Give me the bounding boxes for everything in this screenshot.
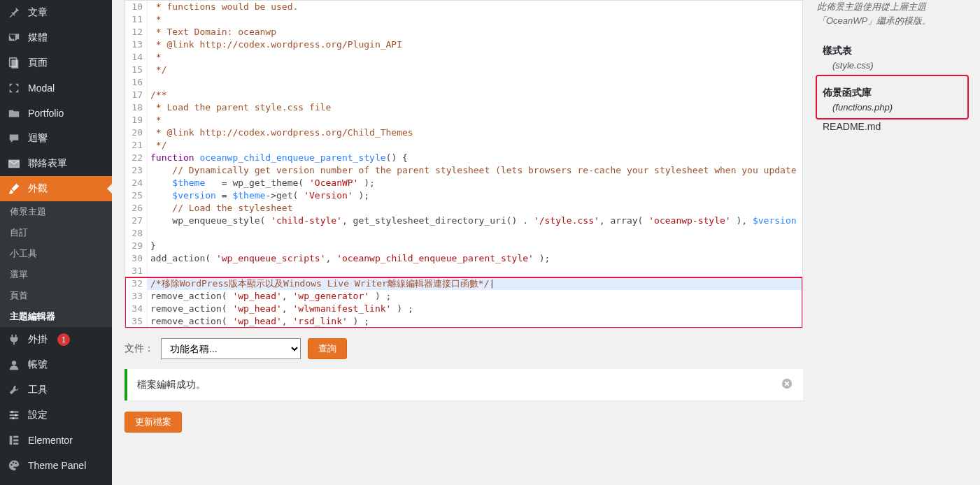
- menu-label: 頁面: [28, 57, 48, 69]
- code-line: 24 $theme = wp_get_theme( 'OceanWP' );: [125, 177, 802, 189]
- menu-modal[interactable]: Modal: [0, 75, 112, 101]
- mail-icon: [7, 157, 21, 171]
- notice-message: 檔案編輯成功。: [137, 379, 206, 391]
- code-line: 19 *: [125, 114, 802, 126]
- elementor-icon: [7, 433, 21, 447]
- code-line: 32/*移除WordPress版本顯示以及Windows Live Writer…: [125, 277, 802, 290]
- file-readme[interactable]: README.md: [817, 118, 967, 135]
- code-line: 35remove_action( 'wp_head', 'rsd_link' )…: [125, 315, 802, 328]
- submenu-item[interactable]: 自訂: [0, 222, 112, 243]
- menu-settings[interactable]: 設定: [0, 403, 112, 428]
- code-line: 10 * functions would be used.: [125, 1, 802, 13]
- function-select[interactable]: 功能名稱...: [161, 338, 301, 359]
- menu-portfolio[interactable]: Portfolio: [0, 101, 112, 126]
- code-line: 22function oceanwp_child_enqueue_parent_…: [125, 152, 802, 164]
- code-editor[interactable]: 10 * functions would be used.11 *12 * Te…: [125, 0, 803, 328]
- file-style[interactable]: 樣式表(style.css): [817, 34, 967, 76]
- media-icon: [7, 31, 21, 45]
- success-notice: 檔案編輯成功。: [125, 369, 803, 400]
- file-title: 樣式表: [823, 45, 962, 57]
- code-line: 12 * Text Domain: oceanwp: [125, 26, 802, 38]
- comment-icon: [7, 131, 21, 145]
- menu-label: 聯絡表單: [28, 157, 67, 170]
- folder-icon: [7, 106, 21, 120]
- code-line: 30add_action( 'wp_enqueue_scripts', 'oce…: [125, 252, 802, 265]
- plug-icon: [7, 333, 21, 347]
- code-line: 17/**: [125, 89, 802, 101]
- menu-elementor[interactable]: Elementor: [0, 428, 112, 453]
- code-line: 13 * @link http://codex.wordpress.org/Pl…: [125, 38, 802, 51]
- code-line: 28: [125, 227, 802, 240]
- menu-label: Theme Panel: [28, 460, 86, 471]
- submenu-item[interactable]: 選單: [0, 264, 112, 285]
- menu-comments[interactable]: 迴響: [0, 126, 112, 151]
- update-file-button[interactable]: 更新檔案: [125, 412, 182, 433]
- menu-posts[interactable]: 文章: [0, 0, 112, 25]
- sliders-icon: [7, 408, 21, 422]
- main-content: 10 * functions would be used.11 *12 * Te…: [112, 0, 980, 485]
- menu-label: 工具: [28, 384, 48, 396]
- menu-tools[interactable]: 工具: [0, 377, 112, 403]
- code-line: 31: [125, 265, 802, 277]
- code-line: 16: [125, 76, 802, 89]
- menu-plugins[interactable]: 外掛1: [0, 327, 112, 352]
- menu-label: 帳號: [28, 359, 48, 371]
- menu-contact[interactable]: 聯絡表單: [0, 151, 112, 176]
- user-icon: [7, 358, 21, 372]
- menu-label: Portfolio: [28, 108, 64, 119]
- code-line: 34remove_action( 'wp_head', 'wlwmanifest…: [125, 303, 802, 315]
- code-line: 18 * Load the parent style.css file: [125, 101, 802, 114]
- dismiss-notice-button[interactable]: [781, 377, 793, 392]
- close-icon: [781, 377, 793, 390]
- menu-label: 設定: [28, 409, 48, 421]
- code-line: 20 * @link http://codex.wordpress.org/Ch…: [125, 126, 802, 139]
- admin-sidebar: 文章媒體頁面ModalPortfolio迴響聯絡表單外觀佈景主題自訂小工具選單頁…: [0, 0, 112, 485]
- menu-users[interactable]: 帳號: [0, 352, 112, 377]
- code-line: 25 $version = $theme->get( 'Version' );: [125, 189, 802, 202]
- menu-label: 外掛: [28, 333, 48, 346]
- file-title: 佈景函式庫: [823, 87, 962, 99]
- menu-media[interactable]: 媒體: [0, 25, 112, 50]
- code-line: 15 */: [125, 64, 802, 76]
- code-line: 26 // Load the stylesheet: [125, 202, 802, 215]
- menu-label: 媒體: [28, 31, 48, 44]
- pages-icon: [7, 56, 21, 70]
- code-line: 11 *: [125, 13, 802, 26]
- code-line: 14 *: [125, 51, 802, 64]
- file-functions[interactable]: 佈景函式庫(functions.php): [817, 76, 967, 118]
- menu-appearance[interactable]: 外觀: [0, 176, 112, 201]
- menu-label: Elementor: [28, 435, 73, 446]
- menu-label: Modal: [28, 82, 55, 94]
- code-line: 29}: [125, 240, 802, 252]
- lookup-button[interactable]: 查詢: [308, 338, 347, 359]
- menu-theme-panel[interactable]: Theme Panel: [0, 453, 112, 478]
- code-line: 21 */: [125, 139, 802, 152]
- inherit-hint: 此佈景主題使用從上層主題「OceanWP」繼承的模版。: [817, 0, 967, 27]
- menu-pages[interactable]: 頁面: [0, 50, 112, 75]
- menu-label: 外觀: [28, 182, 48, 195]
- code-line: 33remove_action( 'wp_head', 'wp_generato…: [125, 290, 802, 303]
- code-line: 27 wp_enqueue_style( 'child-style', get_…: [125, 215, 802, 227]
- wrench-icon: [7, 383, 21, 397]
- file-sub: (style.css): [832, 60, 962, 71]
- expand-icon: [7, 81, 21, 95]
- menu-label: 迴響: [28, 132, 48, 145]
- brush-icon: [7, 182, 21, 196]
- code-line: 23 // Dynamically get version number of …: [125, 164, 802, 177]
- theme-files-panel: 此佈景主題使用從上層主題「OceanWP」繼承的模版。 樣式表(style.cs…: [817, 0, 967, 433]
- submenu-item[interactable]: 小工具: [0, 243, 112, 264]
- file-label: 文件：: [125, 342, 154, 355]
- submenu-item[interactable]: 主題編輯器: [0, 306, 112, 327]
- submenu-item[interactable]: 頁首: [0, 285, 112, 306]
- file-sub: (functions.php): [832, 102, 962, 113]
- palette-icon: [7, 458, 21, 472]
- submenu-item[interactable]: 佈景主題: [0, 201, 112, 222]
- menu-label: 文章: [28, 6, 48, 19]
- update-badge: 1: [57, 333, 70, 346]
